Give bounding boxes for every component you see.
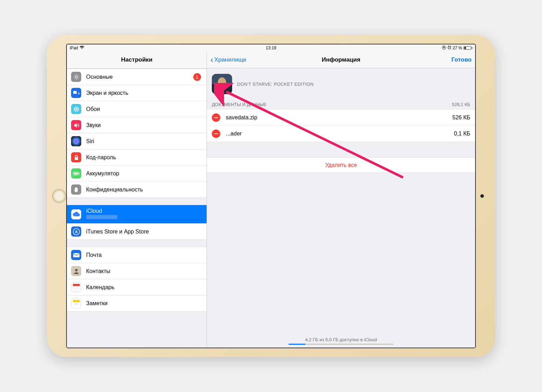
sidebar-item-label: Заметки	[86, 300, 202, 307]
section-title: ДОКУМЕНТЫ И ДАННЫЕ	[212, 102, 266, 107]
storage-text: 4,2 ГБ из 5,0 ГБ доступно в iCloud	[207, 337, 475, 342]
sidebar-item-hand[interactable]: Конфиденциальность	[67, 182, 207, 198]
contacts-icon	[71, 266, 81, 276]
delete-minus-icon[interactable]	[212, 130, 220, 138]
sidebar-item-battery[interactable]: Аккумулятор	[67, 166, 207, 182]
svg-rect-14	[74, 173, 78, 174]
svg-rect-1	[443, 47, 444, 48]
sidebar-item-contacts[interactable]: Контакты	[67, 263, 207, 279]
svg-point-3	[75, 76, 77, 78]
svg-rect-4	[73, 91, 77, 94]
sidebar-item-label: Почта	[86, 252, 202, 258]
sidebar-item-siri[interactable]: Siri	[67, 133, 207, 149]
main-panel: ‹ Хранилище Информация Готово DON'T STAR…	[207, 51, 475, 348]
device-label: iPad	[70, 46, 78, 50]
file-list: savedata.zip526 КБ...ader0,1 КБ	[207, 109, 475, 142]
display-icon: A	[71, 88, 81, 98]
sidebar-item-calendar[interactable]: Календарь	[67, 279, 207, 295]
svg-rect-10	[71, 136, 81, 146]
screen: iPad 13:19 27 %	[66, 44, 476, 348]
file-name: savedata.zip	[226, 114, 452, 121]
sidebar-item-label: Календарь	[86, 284, 202, 290]
svg-text:A: A	[78, 92, 80, 95]
app-header: DON'T STARVE: POCKET EDITION	[207, 68, 475, 100]
delete-minus-icon[interactable]	[212, 113, 220, 122]
done-button[interactable]: Готово	[451, 56, 472, 63]
delete-all-button[interactable]: Удалить все	[207, 158, 475, 173]
section-header: ДОКУМЕНТЫ И ДАННЫЕ 526,1 КБ	[207, 100, 475, 109]
sidebar: Настройки Основные1AЭкран и яркостьОбоиЗ…	[67, 51, 207, 348]
wallpaper-icon	[71, 104, 81, 114]
chevron-left-icon: ‹	[210, 56, 213, 64]
sidebar-item-label: Основные	[86, 74, 193, 80]
status-bar: iPad 13:19 27 %	[67, 44, 475, 51]
gear-icon	[71, 72, 81, 82]
svg-rect-27	[73, 301, 80, 302]
sidebar-item-label: Код-пароль	[86, 154, 202, 161]
home-button[interactable]	[52, 189, 66, 203]
battery-icon	[464, 46, 472, 50]
sidebar-item-notes[interactable]: Заметки	[67, 295, 207, 312]
storage-footer: 4,2 ГБ из 5,0 ГБ доступно в iCloud	[207, 337, 475, 345]
svg-rect-22	[73, 285, 80, 286]
content: Настройки Основные1AЭкран и яркостьОбоиЗ…	[67, 51, 475, 348]
sidebar-item-sound[interactable]: Звуки	[67, 117, 207, 133]
main-body[interactable]: DON'T STARVE: POCKET EDITION ДОКУМЕНТЫ И…	[207, 68, 475, 348]
sidebar-item-mail[interactable]: Почта	[67, 247, 207, 263]
appstore-icon: A	[71, 226, 81, 237]
camera-icon	[480, 194, 484, 198]
back-button[interactable]: ‹ Хранилище	[210, 56, 246, 64]
account-sub	[86, 215, 118, 219]
sidebar-item-label: Экран и яркость	[86, 90, 202, 96]
sidebar-item-label: Обои	[86, 106, 202, 112]
sidebar-item-label: Аккумулятор	[86, 170, 202, 177]
sidebar-item-gear[interactable]: Основные1	[67, 69, 207, 85]
sidebar-item-display[interactable]: AЭкран и яркость	[67, 85, 207, 101]
storage-bar	[289, 344, 394, 345]
sidebar-item-appstore[interactable]: AiTunes Store и App Store	[67, 224, 207, 240]
alarm-icon	[447, 46, 451, 50]
ipad-frame: iPad 13:19 27 %	[47, 35, 495, 357]
nav-bar: ‹ Хранилище Информация Готово	[207, 51, 475, 68]
svg-rect-12	[75, 157, 78, 160]
file-name: ...ader	[226, 131, 454, 137]
sidebar-item-label: Звуки	[86, 122, 202, 128]
svg-point-7	[76, 108, 77, 110]
badge: 1	[193, 73, 201, 81]
calendar-icon	[71, 282, 81, 292]
battery-pct: 27 %	[453, 46, 462, 50]
notes-icon	[71, 298, 81, 308]
app-icon	[212, 74, 232, 94]
time-label: 13:19	[266, 46, 276, 50]
sidebar-item-label: iCloud	[86, 208, 202, 214]
file-size: 526 КБ	[452, 114, 470, 121]
svg-text:A: A	[75, 230, 78, 234]
wifi-icon	[79, 46, 84, 50]
orientation-lock-icon	[442, 46, 446, 51]
storage-fill	[289, 344, 305, 345]
nav-title: Информация	[322, 56, 360, 63]
sidebar-item-label: Контакты	[86, 268, 202, 274]
sidebar-list[interactable]: Основные1AЭкран и яркостьОбоиЗвукиSiriКо…	[67, 69, 207, 348]
sidebar-title: Настройки	[67, 51, 207, 69]
sidebar-item-label: iTunes Store и App Store	[86, 229, 202, 235]
file-size: 0,1 КБ	[454, 131, 470, 137]
file-row[interactable]: ...ader0,1 КБ	[207, 126, 475, 142]
svg-rect-18	[73, 253, 79, 257]
back-label: Хранилище	[214, 56, 246, 63]
sidebar-item-cloud[interactable]: iCloud	[67, 205, 207, 224]
sidebar-item-label: Конфиденциальность	[86, 187, 202, 193]
file-row[interactable]: savedata.zip526 КБ	[207, 110, 475, 126]
hand-icon	[71, 184, 81, 195]
section-size: 526,1 КБ	[452, 102, 470, 107]
app-title: DON'T STARVE: POCKET EDITION	[237, 82, 314, 87]
battery-icon	[71, 168, 81, 178]
siri-icon	[71, 136, 81, 146]
lock-icon	[71, 152, 81, 162]
cloud-icon	[71, 209, 81, 219]
sidebar-item-label: Siri	[86, 138, 202, 145]
mail-icon	[71, 250, 81, 260]
sidebar-item-lock[interactable]: Код-пароль	[67, 149, 207, 166]
svg-point-19	[75, 269, 77, 271]
sidebar-item-wallpaper[interactable]: Обои	[67, 101, 207, 117]
